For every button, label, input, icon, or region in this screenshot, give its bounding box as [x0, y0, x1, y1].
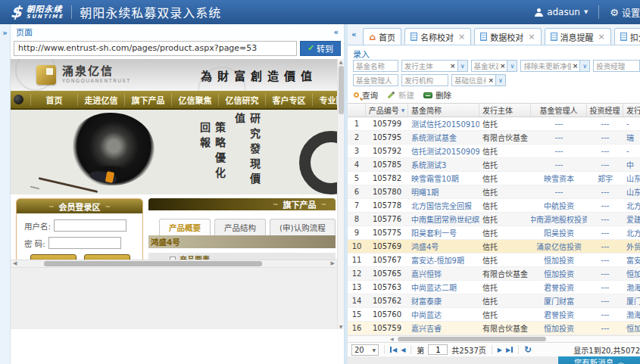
panel-tab[interactable]: 扣分绩效统计 × — [614, 28, 640, 45]
settings-button[interactable]: ⚙ 设置 — [610, 6, 640, 19]
cell-fund-name-link[interactable]: 嘉兴恒铧 — [408, 267, 479, 280]
cell-fund-manager[interactable]: 恒加投资 — [531, 322, 587, 334]
table-row[interactable]: 1 105799 测试信托20150910 信托 --- --- - — [348, 117, 640, 131]
tab-close-icon[interactable]: × — [458, 32, 465, 42]
cell-fund-manager[interactable]: --- — [531, 145, 587, 157]
login-button[interactable]: 登 录 — [30, 254, 76, 260]
prev-page-button[interactable]: ◀ — [401, 347, 405, 353]
panel-tab[interactable]: 消息提醒 × — [545, 28, 611, 45]
cell-fund-manager[interactable]: 君誉投资 — [531, 281, 587, 294]
product-tab[interactable]: (申)认购流程 — [270, 219, 336, 235]
panel-tab[interactable]: 数据校对 × — [474, 28, 541, 45]
cell-issuing-org[interactable]: 富安 — [623, 254, 640, 266]
site-nav-item[interactable]: 首页 — [30, 94, 77, 106]
cell-fund-name-link[interactable]: 嘉兴吉睿 — [408, 322, 479, 334]
combo-dropdown-icon[interactable]: ∨ — [507, 61, 517, 71]
cell-investment-manager[interactable]: --- — [587, 322, 623, 334]
grid-column-header[interactable]: 产品编号 — [366, 104, 408, 117]
table-row[interactable]: 4 105785 系统测试3 信托 --- --- 中 — [348, 158, 640, 172]
cell-fund-manager[interactable]: 君誉投资 — [531, 308, 587, 321]
cell-fund-manager[interactable]: 中航投资 — [531, 199, 587, 212]
collapse-left-panel-icon[interactable]: « — [334, 28, 339, 36]
filter-field[interactable]: 基金状态 × ∨ — [471, 60, 518, 72]
cell-investment-manager[interactable]: 郑宇 — [587, 172, 623, 185]
scrollbar-thumb[interactable] — [398, 337, 546, 341]
table-row[interactable]: 11 105767 富安达-恒加9期 信托 恒加投资 --- 富安 — [348, 254, 640, 267]
cell-investment-manager[interactable]: --- — [587, 281, 623, 294]
cell-fund-manager[interactable]: 阳昊投资 — [531, 226, 587, 239]
address-input[interactable] — [14, 41, 297, 56]
first-page-button[interactable]: ◀ — [390, 347, 397, 353]
cell-issuing-org[interactable]: 渤海 — [623, 281, 640, 294]
site-horizontal-scrollbar[interactable]: ◀ ▶ — [11, 260, 337, 267]
clear-icon[interactable]: × — [448, 62, 457, 70]
reload-grid-icon[interactable]: ↻ — [524, 344, 532, 355]
clear-icon[interactable]: × — [498, 62, 507, 70]
page-number-input[interactable] — [428, 344, 448, 355]
tab-close-icon[interactable]: × — [528, 32, 535, 42]
scrollbar-thumb[interactable] — [44, 261, 262, 266]
cell-fund-name-link[interactable]: 鸿盛4号 — [408, 240, 479, 253]
cell-fund-manager[interactable]: 恒加投资 — [531, 254, 587, 266]
site-nav-item[interactable]: 走进亿信 — [77, 94, 124, 106]
cell-issuing-org[interactable]: 渤海 — [623, 308, 640, 321]
table-row[interactable]: 2 105795 系统测试基金 有限合伙基金 --- --- 瑞 — [348, 131, 640, 145]
cell-investment-manager[interactable]: --- — [587, 117, 623, 130]
scroll-down-arrow-icon[interactable]: ▼ — [339, 324, 343, 329]
clear-icon[interactable]: × — [486, 76, 495, 84]
table-row[interactable]: 7 105778 北方国信完全回报 信托 中航投资 --- 北方 — [348, 199, 640, 213]
grid-column-header[interactable]: 基金简称 — [408, 104, 479, 117]
cell-fund-name-link[interactable]: 中尚蓝达二期 — [408, 281, 479, 294]
cell-fund-manager[interactable]: --- — [531, 117, 587, 130]
cell-fund-manager[interactable]: 恒加投资 — [531, 267, 587, 280]
user-menu-caret-icon[interactable]: ▼ — [584, 9, 588, 15]
table-row[interactable]: 9 105775 阳昊套利一号 信托 阳昊投资 --- 北方 — [348, 226, 640, 240]
cell-fund-name-link[interactable]: 中尚蓝达 — [408, 308, 479, 321]
user-name[interactable]: adasun — [547, 7, 580, 17]
collapse-tabs-icon[interactable]: « — [351, 30, 356, 39]
table-row[interactable]: 15 105760 中尚蓝达 信托 君誉投资 --- 渤海 — [348, 308, 640, 322]
scroll-right-arrow-icon[interactable]: ▶ — [331, 260, 335, 266]
new-message-notification[interactable]: 您有新消息 ︽ — [558, 356, 640, 364]
table-row[interactable]: 3 105792 信托测试20150909 信托 --- --- - — [348, 145, 640, 158]
table-row[interactable]: 12 105765 嘉兴恒铧 有限合伙基金 恒加投资 --- 恒加 — [348, 267, 640, 281]
cell-investment-manager[interactable]: --- — [587, 131, 623, 144]
cell-investment-manager[interactable]: --- — [587, 226, 623, 239]
table-row[interactable]: 10 105769 鸿盛4号 信托 涌泉亿信投资 --- 外贸 — [348, 240, 640, 254]
table-row[interactable]: 16 105759 嘉兴吉睿 有限合伙基金 恒加投资 --- 恒加 — [348, 322, 640, 335]
cell-fund-name-link[interactable]: 系统测试3 — [408, 158, 479, 171]
site-nav-item[interactable]: 专业团队 — [312, 94, 337, 106]
go-button[interactable]: ✓ 转到 — [300, 41, 341, 56]
product-tab[interactable]: 产品结构 — [214, 219, 266, 235]
cell-issuing-org[interactable]: 北方 — [623, 226, 640, 239]
cell-investment-manager[interactable]: --- — [587, 158, 623, 171]
site-nav-item[interactable]: 客户专区 — [265, 94, 312, 106]
cell-fund-name-link[interactable]: 财富泰康 — [408, 294, 479, 307]
cell-investment-manager[interactable]: --- — [587, 145, 623, 157]
site-vertical-scrollbar[interactable]: ▲ ▼ — [337, 59, 344, 329]
cell-investment-manager[interactable]: --- — [587, 308, 623, 321]
grid-column-header[interactable]: 发行机构 — [623, 104, 640, 117]
cell-fund-manager[interactable]: --- — [531, 158, 587, 171]
panel-tab[interactable]: 名称校对 × — [404, 28, 471, 45]
cell-issuing-org[interactable]: 恒加 — [623, 322, 640, 334]
filter-field[interactable]: 基础信息待补 × ∨ — [451, 74, 506, 86]
grid-horizontal-scrollbar[interactable]: ◀ — [348, 335, 640, 342]
cell-investment-manager[interactable]: --- — [587, 254, 623, 266]
scrollbar-thumb[interactable] — [339, 66, 344, 114]
create-button[interactable]: 新建 — [387, 89, 414, 101]
table-row[interactable]: 6 105780 明曙1期 信托 --- --- 山东 — [348, 185, 640, 199]
next-page-button[interactable]: ▶ — [498, 347, 502, 353]
site-nav-item[interactable]: 亿信聚焦 — [171, 94, 218, 106]
cell-fund-manager[interactable]: --- — [531, 185, 587, 198]
filter-field[interactable]: 发行主体 × ∨ — [401, 60, 468, 72]
product-tab[interactable]: 产品概要 — [159, 219, 211, 235]
clear-icon[interactable]: × — [571, 62, 580, 70]
grid-column-header[interactable]: 发行主体 — [479, 104, 531, 117]
cell-fund-name-link[interactable]: 阳昊套利一号 — [408, 226, 479, 239]
cell-fund-manager[interactable]: 中南源地股权投资 — [531, 213, 587, 226]
cell-issuing-org[interactable]: 中 — [623, 158, 640, 171]
cell-issuing-org[interactable]: 外贸 — [623, 240, 640, 253]
cell-fund-name-link[interactable]: 北方国信完全回报 — [408, 199, 479, 212]
cell-fund-manager[interactable]: 厦门财富 — [531, 294, 587, 307]
